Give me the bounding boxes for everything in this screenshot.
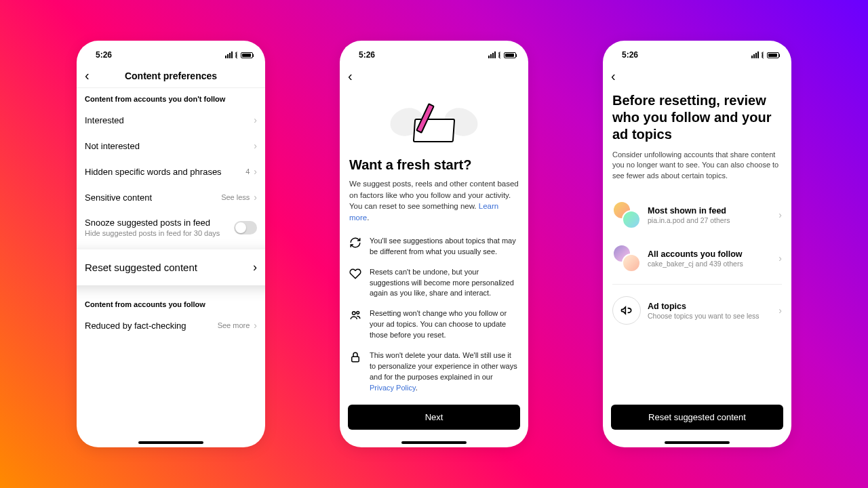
svg-point-0 <box>353 312 356 315</box>
review-title: Before resetting, review who you follow … <box>612 92 782 143</box>
chevron-right-icon: › <box>254 115 257 125</box>
home-indicator[interactable] <box>665 441 730 444</box>
status-bar: 5:26 ⧙ <box>340 46 528 64</box>
refresh-icon <box>349 236 363 258</box>
content-area: Want a fresh start? We suggest posts, re… <box>340 88 528 447</box>
next-button[interactable]: Next <box>348 405 520 430</box>
snooze-subtitle: Hide suggested posts in feed for 30 days <box>85 229 234 237</box>
row-interested[interactable]: Interested › <box>77 107 265 133</box>
phone-content-preferences: 5:26 ⧙ ‹ Content preferences Content fro… <box>77 41 265 447</box>
status-time: 5:26 <box>359 50 375 60</box>
battery-icon <box>504 52 516 58</box>
feature-text: Resets can't be undone, but your suggest… <box>370 267 519 300</box>
reduced-meta: See more <box>218 321 250 329</box>
avatar-stack <box>612 244 641 272</box>
home-indicator[interactable] <box>138 441 203 444</box>
content-area: Content from accounts you don't follow I… <box>77 88 265 447</box>
avatar-stack <box>612 201 641 229</box>
chevron-right-icon: › <box>254 140 257 151</box>
divider <box>612 284 782 285</box>
cellular-signal-icon <box>751 52 759 58</box>
snooze-toggle[interactable] <box>234 221 257 235</box>
chevron-right-icon: › <box>254 192 257 203</box>
row-label: Reduced by fact-checking <box>85 321 218 331</box>
wifi-icon: ⧙ <box>498 51 502 59</box>
row-subtitle: Choose topics you want to see less <box>648 312 772 320</box>
hidden-words-count: 4 <box>245 167 250 176</box>
row-label: Sensitive content <box>85 192 221 203</box>
feature-following: Resetting won't change who you follow or… <box>349 308 519 341</box>
row-reset-suggested[interactable]: Reset suggested content › <box>77 249 265 285</box>
content-area: Before resetting, review who you follow … <box>603 88 791 447</box>
row-not-interested[interactable]: Not interested › <box>77 133 265 159</box>
row-subtitle: cake_baker_cj and 439 others <box>648 260 772 268</box>
svg-rect-2 <box>352 357 359 362</box>
battery-icon <box>241 52 253 58</box>
row-snooze-suggested: Snooze suggested posts in feed Hide sugg… <box>77 210 265 245</box>
status-bar: 5:26 ⧙ <box>603 46 791 64</box>
svg-point-1 <box>357 312 359 314</box>
row-sensitive-content[interactable]: Sensitive content See less › <box>77 184 265 210</box>
fresh-start-title: Want a fresh start? <box>349 157 519 173</box>
page-title: Content preferences <box>77 70 265 81</box>
row-reduced-fact-check[interactable]: Reduced by fact-checking See more › <box>77 312 265 338</box>
row-label: Hidden specific words and phrases <box>85 167 245 177</box>
back-button[interactable]: ‹ <box>82 65 92 86</box>
section-header-follow: Content from accounts you follow <box>77 293 265 312</box>
nav-bar: ‹ <box>340 64 528 88</box>
fresh-start-description: We suggest posts, reels and other conten… <box>349 178 519 224</box>
chevron-right-icon: › <box>254 166 257 177</box>
sensitive-meta: See less <box>221 193 250 201</box>
nav-bar: ‹ <box>603 64 791 88</box>
feature-text: You'll see suggestions about topics that… <box>370 236 519 258</box>
heart-icon <box>349 267 363 300</box>
row-title: Ad topics <box>648 302 772 311</box>
lock-icon <box>349 350 363 394</box>
phone-fresh-start: 5:26 ⧙ ‹ Want a fresh start? We suggest … <box>340 41 528 447</box>
row-hidden-words[interactable]: Hidden specific words and phrases 4 › <box>77 159 265 184</box>
back-button[interactable]: ‹ <box>345 66 355 87</box>
status-icons: ⧙ <box>225 51 253 59</box>
status-icons: ⧙ <box>488 51 516 59</box>
row-title: Most shown in feed <box>648 206 772 216</box>
row-all-accounts[interactable]: All accounts you follow cake_baker_cj an… <box>612 237 782 280</box>
row-label: Not interested <box>85 141 254 151</box>
chevron-right-icon: › <box>254 320 257 331</box>
phone-review-before-reset: 5:26 ⧙ ‹ Before resetting, review who yo… <box>603 41 791 447</box>
row-label: Interested <box>85 115 254 125</box>
cellular-signal-icon <box>225 52 233 58</box>
chevron-right-icon: › <box>778 253 782 264</box>
status-bar: 5:26 ⧙ <box>77 46 265 64</box>
feature-text: This won't delete your data. We'll still… <box>370 350 519 394</box>
home-indicator[interactable] <box>401 441 467 444</box>
chevron-right-icon: › <box>253 260 257 274</box>
wifi-icon: ⧙ <box>235 51 239 59</box>
snooze-title: Snooze suggested posts in feed <box>85 218 234 228</box>
row-most-shown[interactable]: Most shown in feed pia.in.a.pod and 27 o… <box>612 193 782 237</box>
row-subtitle: pia.in.a.pod and 27 others <box>648 216 772 224</box>
megaphone-icon <box>612 296 641 325</box>
feature-text: Resetting won't change who you follow or… <box>370 308 519 341</box>
row-title: All accounts you follow <box>648 249 772 259</box>
status-time: 5:26 <box>96 50 112 60</box>
feature-personalize: Resets can't be undone, but your suggest… <box>349 267 519 300</box>
battery-icon <box>767 52 779 58</box>
wifi-icon: ⧙ <box>761 51 765 59</box>
status-time: 5:26 <box>622 50 638 60</box>
nav-bar: ‹ Content preferences <box>77 64 265 88</box>
feature-privacy: This won't delete your data. We'll still… <box>349 350 519 394</box>
review-description: Consider unfollowing accounts that share… <box>612 150 782 181</box>
back-button[interactable]: ‹ <box>608 66 618 87</box>
reset-button[interactable]: Reset suggested content <box>611 405 783 430</box>
chevron-right-icon: › <box>778 305 782 316</box>
chevron-right-icon: › <box>778 209 782 220</box>
feature-suggestions: You'll see suggestions about topics that… <box>349 236 519 258</box>
people-icon <box>349 308 363 341</box>
section-header-dont-follow: Content from accounts you don't follow <box>77 88 265 107</box>
cellular-signal-icon <box>488 52 496 58</box>
privacy-policy-link[interactable]: Privacy Policy <box>370 384 416 392</box>
pencil-book-illustration <box>393 95 475 149</box>
row-ad-topics[interactable]: Ad topics Choose topics you want to see … <box>612 289 782 332</box>
reset-label: Reset suggested content <box>85 262 197 273</box>
status-icons: ⧙ <box>751 51 779 59</box>
